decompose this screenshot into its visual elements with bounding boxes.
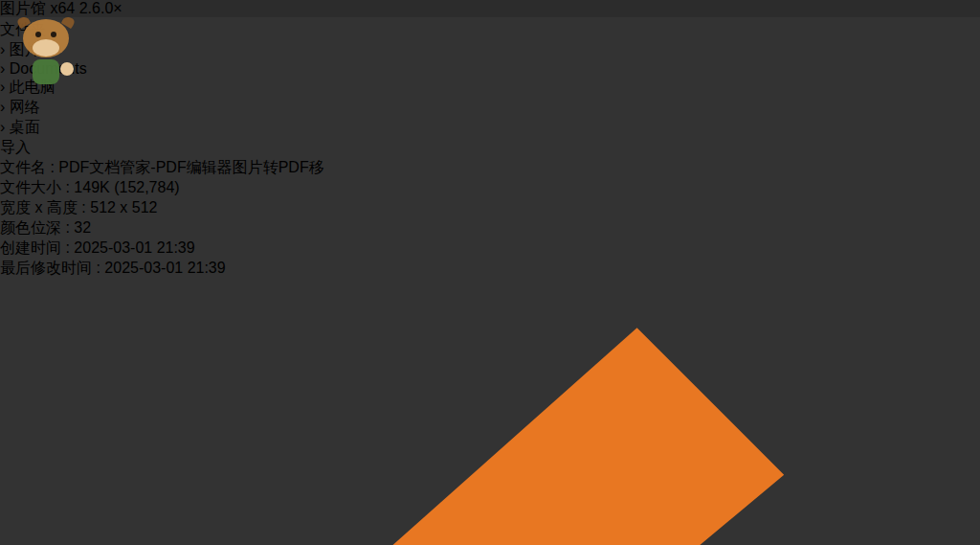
main-area: ▸ 此电脑 ▸ 系统 (C:) ▸ 用户 ▸ Administrator ▸ 桌… xyxy=(0,279,980,545)
info-created: 创建时间 : 2025-03-01 21:39 xyxy=(0,238,980,259)
info-filesize: 文件大小 : 149K (152,784) xyxy=(0,178,980,198)
window-controls: × xyxy=(113,0,122,17)
tree-item-this-pc[interactable]: › 此电脑 xyxy=(0,78,980,98)
tree-label: 桌面 xyxy=(10,119,40,135)
back-icon[interactable] xyxy=(0,279,980,545)
folders-label: 文件夹 xyxy=(0,20,980,40)
tree-item-documents[interactable]: › Documents xyxy=(0,60,980,78)
folder-tree: › 图片 › Documents › 此电脑 › 网络 › 桌面 xyxy=(0,40,980,138)
sidebar: 批处理 文件夹 › 图片 › Documents › 此电脑 › 网络 › 桌 xyxy=(0,0,980,279)
import-toolbar: 导入 xyxy=(0,138,980,158)
expander-icon[interactable]: › xyxy=(0,99,5,115)
window-title: 图片馆 x64 2.6.0 xyxy=(0,0,113,19)
close-button[interactable]: × xyxy=(113,0,122,17)
tree-item-desktop[interactable]: › 桌面 xyxy=(0,118,980,138)
info-filename: 文件名 : PDF文档管家-PDF编辑器图片转PDF移 xyxy=(0,158,980,178)
info-dimensions: 宽度 x 高度 : 512 x 512 xyxy=(0,198,980,218)
title-bar: 图片馆 x64 2.6.0 × xyxy=(0,0,980,17)
expander-icon[interactable]: › xyxy=(0,119,5,135)
tree-label: 网络 xyxy=(10,99,40,115)
tree-item-network[interactable]: › 网络 xyxy=(0,98,980,118)
info-bitdepth: 颜色位深 : 32 xyxy=(0,218,980,238)
info-modified: 最后修改时间 : 2025-03-01 21:39 xyxy=(0,259,980,279)
import-button[interactable]: 导入 xyxy=(0,138,980,158)
file-info-panel: 文件名 : PDF文档管家-PDF编辑器图片转PDF移 文件大小 : 149K … xyxy=(0,158,980,279)
tree-item-pictures[interactable]: › 图片 xyxy=(0,40,980,60)
navigation-bar: ▸ 此电脑 ▸ 系统 (C:) ▸ 用户 ▸ Administrator ▸ 桌… xyxy=(0,279,980,545)
folders-button[interactable]: 文件夹 xyxy=(0,20,980,40)
